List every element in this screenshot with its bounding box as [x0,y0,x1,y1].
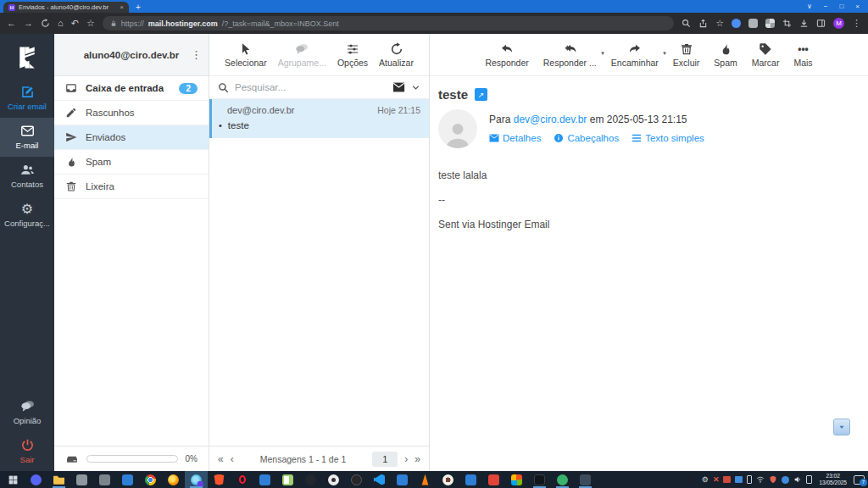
mark-button[interactable]: Marcar [752,42,780,68]
taskbar-icon-app-7[interactable] [391,471,414,488]
bookmark-icon[interactable]: ☆ [715,19,724,28]
sidebar-item-compose[interactable]: Criar email [0,79,54,118]
taskbar-clock[interactable]: 23:02 13/05/2025 [816,473,849,486]
folder-sent[interactable]: Enviados [54,125,209,150]
back-button[interactable]: ← [7,19,16,28]
folder-spam[interactable]: Spam [54,150,209,175]
tray-phone-icon[interactable] [747,475,752,484]
taskbar-icon-firefox[interactable] [162,471,185,488]
taskbar-icon-vscode[interactable] [368,471,391,488]
details-link[interactable]: Detalhes [489,133,541,143]
headers-link[interactable]: Cabeçalhos [554,133,619,143]
extensions-grid-icon[interactable] [765,19,775,28]
taskbar-icon-java[interactable] [437,471,459,488]
notification-center-icon[interactable]: 7 [854,475,865,485]
taskbar-icon-active-browser[interactable] [185,471,208,488]
sidebar-item-logout[interactable]: Sair [0,432,54,471]
browser-tab[interactable]: H Enviados - aluno40@ciro.dev.br × [3,2,129,13]
next-page-icon[interactable]: › [404,454,408,464]
last-page-icon[interactable]: » [415,454,420,464]
reply-all-caret-icon[interactable]: ▾ [601,50,604,57]
forward-button[interactable]: Encaminhar ▾ [611,42,659,68]
taskbar-icon-sync-app[interactable] [551,471,574,488]
maximize-icon[interactable]: □ [839,0,843,13]
taskbar-icon-explorer[interactable] [47,471,70,488]
taskbar-icon-calculator[interactable] [574,471,597,488]
recipient-link[interactable]: dev@ciro.dev.br [514,114,587,125]
history-button[interactable]: ↶ [71,19,79,28]
prev-page-icon[interactable]: ‹ [231,454,234,464]
extension-icon-1[interactable] [732,19,741,28]
search-options-chevron-icon[interactable] [411,83,420,92]
home-button[interactable]: ⌂ [58,19,64,28]
window-menu-icon[interactable]: ∨ [807,0,812,13]
taskbar-icon-brave[interactable] [208,471,231,488]
forward-button[interactable]: → [24,19,33,28]
minimize-icon[interactable]: − [824,0,828,13]
refresh-button[interactable]: Atualizar [379,42,414,68]
tray-shield-icon[interactable] [769,475,777,484]
taskbar-icon-app-6[interactable] [322,471,345,488]
scroll-down-button[interactable] [833,419,850,435]
sidebar-item-email[interactable]: E-mail [0,118,54,157]
bookmark-star-icon[interactable]: ☆ [86,19,95,28]
taskbar-icon-app-8[interactable] [459,471,482,488]
account-menu-icon[interactable]: ⋮ [191,34,202,75]
folder-inbox[interactable]: Caixa de entrada 2 [54,76,209,101]
download-icon[interactable] [799,19,809,28]
taskbar-icon-terminal[interactable] [528,471,551,488]
delete-button[interactable]: Excluir [673,42,700,68]
tray-gear-icon[interactable]: ⚙ [702,476,709,484]
taskbar-icon-vlc[interactable] [414,471,437,488]
page-number-input[interactable]: 1 [372,452,398,467]
search-scope-icon[interactable] [392,82,405,92]
close-icon[interactable]: × [855,0,860,13]
tray-window-icon[interactable] [735,476,743,483]
reply-button[interactable]: Responder [485,42,528,68]
select-button[interactable]: Selecionar [225,42,267,68]
reload-button[interactable] [41,19,50,28]
share-icon[interactable] [698,19,708,28]
taskbar-icon-app-2[interactable] [93,471,116,488]
tray-usb-icon[interactable] [806,475,812,484]
sidebar-item-contacts[interactable]: Contatos [0,157,54,196]
taskbar-icon-opera[interactable] [231,471,253,488]
profile-avatar[interactable]: M [833,18,844,29]
folder-drafts[interactable]: Rascunhos [54,101,209,125]
message-list-item[interactable]: dev@ciro.dev.br Hoje 21:15 • teste [209,99,429,138]
taskbar-icon-notepad[interactable] [276,471,299,488]
crop-icon[interactable] [782,19,792,28]
taskbar-icon-obs[interactable] [345,471,368,488]
tray-network-icon[interactable] [756,475,765,484]
taskbar-icon-app-9[interactable] [482,471,505,488]
tray-volume-icon[interactable] [793,475,802,484]
folder-trash[interactable]: Lixeira [54,175,209,199]
tray-error-icon[interactable]: ✕ [713,476,720,484]
new-tab-button[interactable]: + [136,2,141,13]
taskbar-icon-app-5[interactable] [299,471,322,488]
tab-close-icon[interactable]: × [120,4,124,11]
forward-caret-icon[interactable]: ▾ [663,50,666,57]
spam-button[interactable]: Spam [714,42,737,68]
taskbar-icon-app-10[interactable] [505,471,528,488]
plain-text-link[interactable]: Texto simples [632,133,704,143]
group-button[interactable]: Agrupame... [278,42,326,68]
sidebar-item-settings[interactable]: ⚙ Configuraç... [0,196,54,235]
sidebar-item-feedback[interactable]: Opinião [0,393,54,432]
search-input[interactable] [235,82,387,92]
zoom-page-icon[interactable] [682,19,691,28]
taskbar-icon-app-1[interactable] [70,471,93,488]
extension-icon-2[interactable] [748,19,758,28]
browser-menu-icon[interactable]: ⋮ [852,19,861,28]
tray-display-icon[interactable] [723,476,731,483]
tray-update-icon[interactable] [782,476,789,484]
taskbar-icon-app-3[interactable] [116,471,139,488]
reply-all-button[interactable]: Responder ... ▾ [543,42,597,68]
start-button[interactable] [2,471,25,488]
first-page-icon[interactable]: « [218,454,224,464]
side-panel-icon[interactable] [816,19,826,28]
open-in-new-window-icon[interactable]: ↗ [475,88,487,101]
options-button[interactable]: Opções [337,42,368,68]
address-bar[interactable]: https://mail.hostinger.com/?_task=mail&_… [103,16,674,30]
taskbar-icon-chrome[interactable] [139,471,162,488]
